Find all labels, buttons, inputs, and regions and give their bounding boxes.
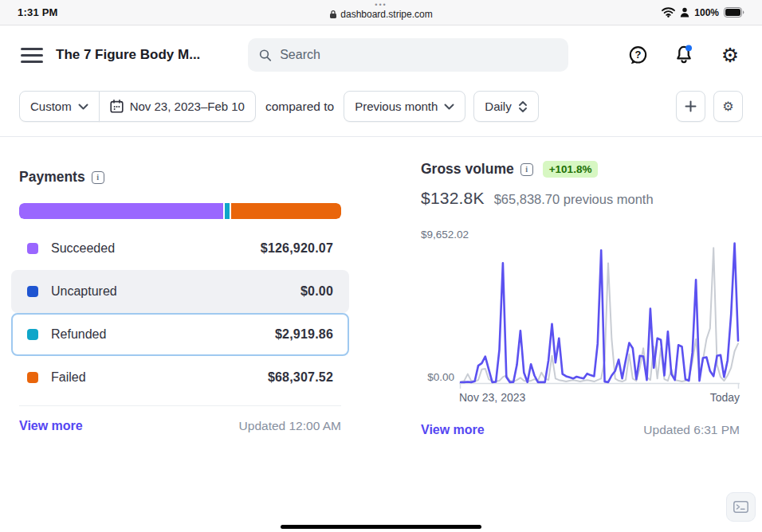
account-name[interactable]: The 7 Figure Body M... bbox=[56, 47, 200, 63]
svg-text:?: ? bbox=[634, 49, 641, 61]
lock-icon bbox=[329, 10, 337, 19]
payments-title: Payments bbox=[19, 169, 85, 186]
chevron-up-down-icon bbox=[518, 100, 528, 113]
legend-row-failed[interactable]: Failed $68,307.52 bbox=[11, 356, 349, 399]
address-bar: dashboard.stripe.com bbox=[329, 9, 432, 20]
menu-icon[interactable] bbox=[21, 48, 43, 63]
y-axis-zero-label: $0.00 bbox=[421, 371, 454, 383]
search-icon bbox=[259, 49, 272, 62]
legend-row-refunded[interactable]: Refunded $2,919.86 bbox=[11, 313, 349, 356]
home-indicator bbox=[281, 525, 481, 529]
payments-card: Payments i Succeeded $126,920.07 Uncaptu… bbox=[19, 169, 341, 437]
filter-bar: Custom Nov 23, 2023–Feb 10 compared to P… bbox=[0, 84, 762, 136]
search-bar[interactable] bbox=[248, 38, 568, 72]
date-range-picker[interactable]: Nov 23, 2023–Feb 10 bbox=[99, 91, 256, 122]
legend-row-uncaptured[interactable]: Uncaptured $0.00 bbox=[11, 270, 349, 313]
legend-label: Uncaptured bbox=[51, 284, 117, 299]
plus-icon bbox=[685, 100, 697, 112]
compared-to-label: compared to bbox=[265, 100, 334, 114]
developer-console-button[interactable] bbox=[726, 492, 756, 522]
gear-icon: ⚙ bbox=[722, 100, 733, 113]
chevron-down-icon bbox=[78, 104, 88, 110]
uncaptured-swatch bbox=[27, 286, 38, 297]
add-widget-button[interactable] bbox=[676, 91, 705, 122]
legend-label: Refunded bbox=[51, 327, 106, 342]
bar-segment-succeeded bbox=[19, 203, 223, 219]
dashboard-settings-button[interactable]: ⚙ bbox=[713, 91, 743, 122]
interval-label: Daily bbox=[485, 100, 511, 113]
line-chart bbox=[459, 233, 740, 391]
help-button[interactable]: ? bbox=[626, 44, 649, 66]
settings-button[interactable]: ⚙ bbox=[719, 44, 741, 66]
gear-icon: ⚙ bbox=[721, 45, 739, 65]
battery-icon bbox=[724, 7, 744, 18]
bell-icon bbox=[673, 44, 695, 66]
notifications-button[interactable] bbox=[673, 44, 695, 66]
x-axis-start-label: Nov 23, 2023 bbox=[459, 391, 525, 404]
wifi-icon bbox=[662, 7, 675, 18]
comparison-dropdown[interactable]: Previous month bbox=[344, 91, 465, 122]
legend-amount: $126,920.07 bbox=[261, 241, 333, 256]
range-type-label: Custom bbox=[30, 100, 72, 113]
gross-volume-card: Gross volume i +101.8% $132.8K $65,838.7… bbox=[421, 161, 740, 437]
bar-segment-failed bbox=[231, 203, 341, 219]
chevron-down-icon bbox=[444, 104, 454, 110]
legend-amount: $2,919.86 bbox=[275, 327, 333, 342]
battery-percent: 100% bbox=[694, 7, 719, 18]
calendar-icon bbox=[110, 100, 124, 113]
payments-legend: Succeeded $126,920.07 Uncaptured $0.00 R… bbox=[19, 227, 341, 399]
date-range-label: Nov 23, 2023–Feb 10 bbox=[130, 100, 245, 113]
search-input[interactable] bbox=[280, 48, 557, 62]
payments-stacked-bar bbox=[19, 203, 341, 219]
payments-view-more-link[interactable]: View more bbox=[19, 419, 83, 433]
bar-segment-refunded bbox=[225, 203, 230, 219]
clock: 1:31 PM bbox=[18, 6, 58, 18]
ios-status-bar: 1:31 PM ••• dashboard.stripe.com 100% bbox=[0, 0, 762, 25]
person-icon bbox=[680, 7, 689, 18]
refunded-swatch bbox=[27, 329, 38, 340]
gross-volume-title: Gross volume bbox=[421, 161, 514, 178]
succeeded-swatch bbox=[27, 243, 38, 254]
url-text: dashboard.stripe.com bbox=[340, 9, 432, 20]
tab-dots: ••• bbox=[0, 2, 762, 8]
gross-volume-previous: $65,838.70 previous month bbox=[494, 192, 654, 207]
gross-volume-total: $132.8K bbox=[421, 189, 485, 208]
gross-volume-view-more-link[interactable]: View more bbox=[421, 423, 485, 437]
legend-amount: $68,307.52 bbox=[268, 370, 333, 385]
app-header: The 7 Figure Body M... ? ⚙ bbox=[0, 25, 762, 84]
legend-label: Succeeded bbox=[51, 241, 115, 256]
legend-row-succeeded[interactable]: Succeeded $126,920.07 bbox=[11, 227, 349, 270]
gross-volume-updated-timestamp: Updated 6:31 PM bbox=[643, 423, 740, 437]
legend-amount: $0.00 bbox=[300, 284, 333, 299]
terminal-icon bbox=[733, 501, 748, 513]
legend-label: Failed bbox=[51, 370, 86, 385]
comparison-label: Previous month bbox=[355, 100, 438, 113]
info-icon[interactable]: i bbox=[92, 171, 104, 184]
interval-select[interactable]: Daily bbox=[473, 91, 538, 122]
notification-dot bbox=[685, 45, 692, 51]
payments-updated-timestamp: Updated 12:00 AM bbox=[239, 419, 341, 433]
gross-volume-chart: $9,652.02 $0.00 Nov 23, 2023 Today bbox=[421, 227, 740, 412]
x-axis-end-label: Today bbox=[710, 391, 740, 404]
help-icon: ? bbox=[627, 45, 649, 66]
change-badge: +101.8% bbox=[543, 161, 599, 178]
date-range-type-dropdown[interactable]: Custom bbox=[19, 91, 100, 122]
info-icon[interactable]: i bbox=[520, 163, 533, 176]
failed-swatch bbox=[27, 372, 38, 383]
